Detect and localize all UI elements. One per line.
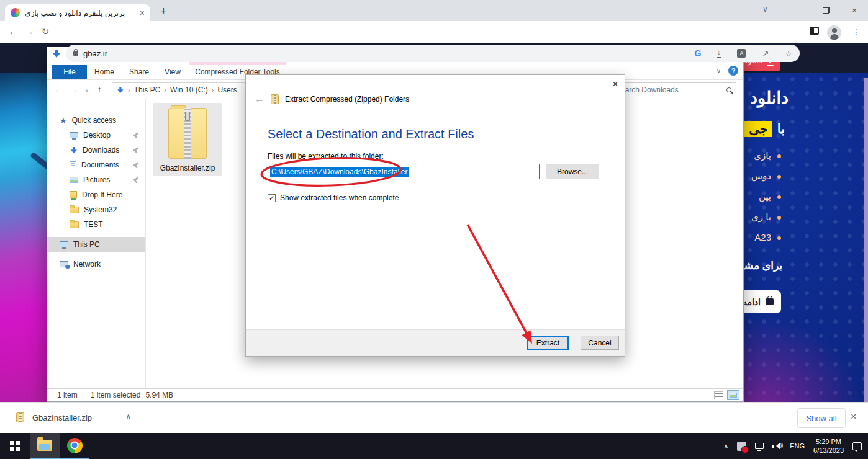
screen: دانلود دانلود با جی بازی دوس بین با زی A… — [0, 0, 868, 459]
bullet-icon — [777, 236, 781, 240]
browser-restore-button[interactable] — [812, 0, 839, 20]
cancel-button[interactable]: Cancel — [581, 336, 619, 350]
folder-icon — [70, 221, 79, 228]
folder-icon — [70, 207, 79, 213]
chevron-separator-icon: › — [128, 86, 130, 94]
show-all-button[interactable]: Show all — [797, 408, 846, 428]
explorer-up-button[interactable]: ↑ — [93, 84, 106, 94]
file-name: GbazInstaller.zip — [160, 164, 215, 172]
notification-app-icon[interactable] — [737, 442, 746, 451]
tray-expand-icon[interactable]: ∧ — [723, 442, 728, 450]
new-tab-button[interactable]: + — [160, 5, 167, 18]
file-item-zip[interactable]: GbazInstaller.zip — [153, 103, 222, 176]
start-button[interactable] — [0, 433, 30, 459]
status-bar: 1 item 1 item selected 5.94 MB — [47, 388, 743, 401]
sidebar-item-documents[interactable]: Documents — [47, 158, 145, 172]
language-indicator[interactable]: ENG — [790, 442, 805, 450]
sidebar-item-desktop[interactable]: Desktop — [47, 128, 145, 143]
sidebar-item-system32[interactable]: System32 — [47, 202, 145, 217]
sidebar-item-this-pc[interactable]: This PC — [47, 237, 145, 252]
details-view-icon[interactable] — [714, 391, 723, 399]
extract-button[interactable]: Extract — [527, 336, 569, 350]
tab-file[interactable]: File — [52, 65, 87, 79]
clock[interactable]: 5:29 PM 6/13/2023 — [813, 437, 844, 455]
action-center-icon[interactable] — [852, 442, 862, 450]
sidebar-item-quick-access[interactable]: ★ Quick access — [47, 113, 145, 128]
tagline-prefix: با — [777, 122, 785, 136]
sidebar-item-drop-it-here[interactable]: Drop It Here — [47, 187, 145, 202]
browser-menu-icon[interactable]: ⋮ — [852, 27, 861, 37]
browser-tab[interactable]: برترین پلتفرم دانلود و نصب بازی × — [5, 4, 150, 21]
url-text[interactable]: gbaz.ir — [83, 49, 679, 58]
recent-locations-icon[interactable]: ∨ — [81, 87, 93, 93]
crumb-drive-c[interactable]: Win 10 (C:) — [170, 86, 208, 94]
bookmark-star-icon[interactable]: ☆ — [785, 49, 792, 58]
destination-path-input[interactable]: C:\Users\GBAZ\Downloads\GbazInstaller — [268, 164, 540, 179]
profile-avatar[interactable] — [827, 25, 841, 40]
time: 5:29 PM — [816, 438, 841, 445]
crumb-this-pc[interactable]: This PC — [134, 86, 161, 94]
show-files-checkbox[interactable]: ✓ — [268, 194, 276, 202]
taskbar-file-explorer-button[interactable] — [30, 433, 60, 459]
collapse-ribbon-icon[interactable]: ∨ — [717, 68, 721, 74]
tab-view[interactable]: View — [156, 65, 189, 79]
browse-button[interactable]: Browse... — [546, 164, 599, 179]
list-item: با زی — [751, 212, 781, 223]
browser-forward-button[interactable]: → — [22, 26, 36, 37]
dialog-heading: Select a Destination and Extract Files — [268, 127, 474, 141]
dialog-close-button[interactable]: × — [612, 78, 618, 91]
date: 6/13/2023 — [813, 447, 844, 454]
share-icon[interactable]: ↗ — [762, 49, 769, 58]
list-item: دوس — [751, 171, 781, 182]
side-panel-icon[interactable] — [810, 27, 819, 35]
large-icons-view-icon[interactable] — [727, 390, 739, 400]
explorer-forward-button[interactable]: → — [67, 84, 79, 94]
sidebar-item-network[interactable]: Network — [47, 257, 145, 272]
documents-icon — [70, 161, 76, 169]
sidebar-item-pictures[interactable]: Pictures — [47, 172, 145, 187]
network-tray-icon[interactable] — [755, 443, 764, 449]
list-item: بازی — [751, 150, 781, 161]
download-options-chevron-icon[interactable]: ∧ — [125, 412, 132, 421]
browser-reload-button[interactable]: ↻ — [38, 26, 52, 37]
tab-search-chevron-icon[interactable]: ∨ — [762, 5, 768, 14]
google-icon[interactable]: G — [695, 48, 702, 58]
tab-title: برترین پلتفرم دانلود و نصب بازی — [25, 9, 135, 17]
help-icon[interactable]: ? — [728, 66, 738, 76]
zip-icon — [16, 412, 24, 422]
browser-close-button[interactable]: × — [841, 0, 868, 20]
divider — [148, 406, 148, 430]
translate-icon[interactable]: A — [737, 49, 746, 58]
tab-close-icon[interactable]: × — [140, 9, 145, 17]
volume-icon[interactable]: )) — [772, 442, 781, 450]
tab-home[interactable]: Home — [87, 65, 122, 79]
download-bar: GbazInstaller.zip ∧ Show all × — [0, 402, 868, 433]
site-tagline: با جی — [744, 121, 785, 137]
windows-logo-icon — [10, 441, 20, 451]
sidebar-item-test[interactable]: TEST — [47, 217, 145, 232]
site-favicon — [11, 8, 20, 17]
pictures-icon — [70, 177, 78, 183]
downloaded-file-name[interactable]: GbazInstaller.zip — [32, 413, 92, 422]
tagline-highlight: جی — [744, 121, 772, 137]
bullet-icon — [777, 175, 781, 179]
tab-share[interactable]: Share — [122, 65, 156, 79]
crumb-users[interactable]: Users — [217, 86, 237, 94]
search-input[interactable]: Search Downloads — [611, 82, 736, 97]
browser-back-button[interactable]: ← — [6, 26, 20, 37]
taskbar-chrome-button[interactable] — [60, 433, 89, 459]
desktop-icon — [70, 132, 78, 138]
explorer-back-button[interactable]: ← — [52, 84, 65, 94]
browser-toolbar: ← → ↻ gbaz.ir G ↑ A ↗ ☆ ⋮ — [0, 21, 868, 43]
ribbon-controls: ∨ ? — [717, 66, 738, 76]
dialog-back-icon: ← — [255, 94, 264, 105]
navigation-pane: ★ Quick access Desktop Downloads Documen… — [47, 99, 146, 388]
search-icon — [726, 87, 731, 92]
download-page-icon[interactable]: ↑ — [717, 48, 721, 58]
browser-minimize-button[interactable]: – — [784, 0, 811, 20]
sidebar-item-downloads[interactable]: Downloads — [47, 143, 145, 158]
list-item: A23 — [751, 232, 781, 243]
download-bar-close-icon[interactable]: × — [851, 411, 856, 422]
dialog-title: Extract Compressed (Zipped) Folders — [285, 95, 409, 104]
address-bar[interactable]: gbaz.ir G ↑ A ↗ ☆ — [66, 45, 800, 62]
